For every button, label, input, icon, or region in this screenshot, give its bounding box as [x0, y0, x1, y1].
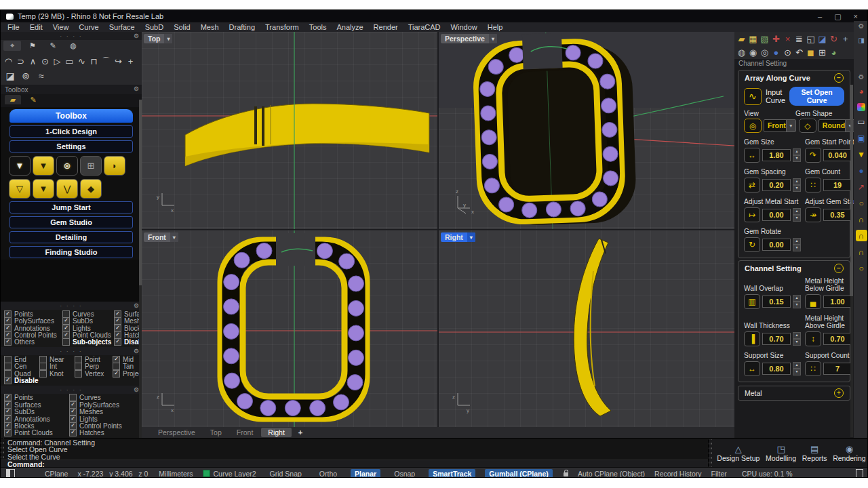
- dock-tab-move-icon[interactable]: ⚑: [24, 41, 41, 51]
- gem-count-value[interactable]: 19: [823, 179, 852, 191]
- checkbox-hatches[interactable]: ✓: [114, 331, 121, 339]
- stepper-down-icon[interactable]: ▾: [793, 369, 801, 375]
- move-icon[interactable]: ✚: [770, 33, 782, 45]
- collapse-icon[interactable]: −: [834, 264, 844, 273]
- setting-style-3-icon[interactable]: ⋁: [56, 179, 78, 199]
- others-filter[interactable]: ✓Others: [4, 339, 62, 346]
- points-filter[interactable]: ✓Points: [4, 310, 62, 317]
- gem-size-stepper[interactable]: ▴▾: [793, 148, 801, 162]
- checkbox-surfaces[interactable]: ✓: [4, 401, 12, 409]
- panel-scrollbar[interactable]: [850, 85, 853, 437]
- vertex-filter[interactable]: Vertex: [75, 370, 113, 377]
- points-filter[interactable]: ✓Points: [4, 394, 69, 401]
- collapse-icon[interactable]: −: [834, 73, 844, 83]
- checkbox-point-clouds[interactable]: ✓: [62, 331, 70, 339]
- display-filter-header[interactable]: ⚙: [1, 386, 142, 394]
- sphere-tool-icon[interactable]: ●: [856, 165, 867, 176]
- point-cross-icon[interactable]: +: [125, 54, 136, 68]
- stepper-up-icon[interactable]: ▴: [793, 332, 801, 339]
- pan-icon[interactable]: +: [840, 33, 851, 45]
- chevron-down-icon[interactable]: ▾: [164, 34, 172, 43]
- checkbox-sub-objects[interactable]: [62, 338, 70, 346]
- support-count-value[interactable]: 7: [823, 363, 852, 375]
- ring-tool-icon[interactable]: ○: [856, 197, 867, 209]
- fillet-icon[interactable]: ⌒: [100, 54, 112, 68]
- door-icon[interactable]: ◱: [805, 33, 816, 45]
- tan-filter[interactable]: Tan: [113, 363, 142, 369]
- toolbox-pen-tab-icon[interactable]: ✎: [25, 95, 41, 104]
- point-clouds-filter[interactable]: ✓Point Clouds: [62, 331, 114, 338]
- settings-button[interactable]: Settings: [9, 140, 133, 152]
- hatches-filter[interactable]: ✓Hatches: [69, 430, 142, 436]
- 1-click-design-button[interactable]: 1-Click Design: [9, 125, 133, 138]
- osnap-filter-header[interactable]: ⚙: [1, 347, 142, 355]
- menu-mesh[interactable]: Mesh: [201, 23, 219, 31]
- layout-icon[interactable]: ▧: [759, 33, 770, 45]
- view-dropdown[interactable]: Front ▾: [764, 119, 796, 132]
- checkbox-end[interactable]: [4, 356, 12, 363]
- checkbox-points[interactable]: ✓: [4, 394, 12, 401]
- checkbox-curves[interactable]: [62, 310, 70, 318]
- checkbox-control-points[interactable]: ✓: [69, 422, 77, 430]
- polygon-icon[interactable]: ▷: [52, 54, 63, 68]
- perp-filter[interactable]: Perp: [75, 363, 113, 369]
- gear-icon[interactable]: ⚙: [134, 348, 139, 354]
- stepper-down-icon[interactable]: ▾: [793, 155, 801, 162]
- band-gems-tool-icon[interactable]: ∩: [856, 230, 867, 241]
- checkbox-quad[interactable]: [4, 370, 12, 378]
- gumball-cplane-toggle[interactable]: Gumball (CPlane): [485, 469, 553, 479]
- viewport-label-front[interactable]: Front▾: [144, 232, 178, 242]
- set-open-curve-button[interactable]: Set Open Curve: [789, 87, 844, 106]
- ghosted-display-icon[interactable]: ◎: [759, 46, 770, 58]
- cplane-button[interactable]: CPlane: [45, 470, 68, 478]
- record-history-toggle[interactable]: Record History: [654, 470, 701, 478]
- bezel-setting-icon[interactable]: ▼: [33, 156, 54, 176]
- polysurfaces-filter[interactable]: ✓PolySurfaces: [69, 401, 142, 408]
- end-filter[interactable]: End: [4, 356, 39, 363]
- menu-analyze[interactable]: Analyze: [336, 23, 363, 31]
- checkbox-lights[interactable]: ✓: [69, 415, 77, 423]
- display-monitor-icon[interactable]: ▭: [856, 116, 867, 127]
- menu-file[interactable]: File: [7, 23, 20, 31]
- viewport-perspective[interactable]: zyx Perspective▾: [439, 32, 734, 229]
- gear-icon[interactable]: ⚙: [134, 302, 139, 309]
- ortho-toggle[interactable]: Ortho: [315, 469, 341, 479]
- int-filter[interactable]: Int: [39, 363, 75, 369]
- knot-filter[interactable]: Knot: [39, 370, 75, 377]
- wall-overlap-value[interactable]: 0.15: [762, 296, 791, 308]
- selection-filter-icon[interactable]: [6, 469, 15, 478]
- checkbox-perp[interactable]: [75, 363, 82, 370]
- gem-tool-icon[interactable]: ▼: [856, 148, 867, 160]
- prong-setting-icon[interactable]: ▼: [9, 156, 31, 176]
- rotate-view-icon[interactable]: ↻: [828, 33, 840, 45]
- viewport-tab-perspective[interactable]: Perspective: [151, 428, 202, 437]
- panel-grip[interactable]: [1, 348, 142, 354]
- meshes-filter[interactable]: ✓Meshes: [114, 318, 142, 325]
- point-clouds-filter[interactable]: ✓Point Clouds: [4, 430, 69, 436]
- stepper-down-icon[interactable]: ▾: [793, 302, 801, 308]
- lights-filter[interactable]: ✓Lights: [69, 415, 142, 422]
- chevron-down-icon[interactable]: ▾: [786, 120, 795, 131]
- panel-grip[interactable]: [709, 439, 713, 468]
- menu-transform[interactable]: Transform: [265, 23, 299, 31]
- band-m-tool-icon[interactable]: ∩: [856, 246, 867, 258]
- project-filter[interactable]: ✓Project: [113, 370, 142, 377]
- dock-panel-header[interactable]: ⚙: [1, 32, 142, 40]
- revolve-icon[interactable]: ⊚: [18, 69, 33, 83]
- checkbox-hatches[interactable]: ✓: [69, 429, 77, 436]
- setting-style-1-icon[interactable]: ▽: [9, 179, 31, 199]
- blocks-filter[interactable]: ✓Blocks: [114, 325, 142, 331]
- setting-style-2-icon[interactable]: ▼: [33, 179, 54, 199]
- disable-filter[interactable]: ✓Disable: [114, 339, 142, 346]
- checkbox-lights[interactable]: ✓: [62, 325, 70, 332]
- save-icon[interactable]: ▦: [747, 33, 759, 45]
- surfaces-filter[interactable]: ✓Surfaces: [4, 401, 69, 408]
- polysurfaces-filter[interactable]: ✓PolySurfaces: [4, 318, 62, 325]
- curve-control-point-icon[interactable]: ◠: [3, 54, 14, 68]
- annotations-filter[interactable]: ✓Annotations: [4, 415, 69, 422]
- gem-shape-dropdown[interactable]: Round ▾: [818, 119, 855, 132]
- grid-snap-toggle[interactable]: Grid Snap: [266, 469, 306, 479]
- channel-grid-icon[interactable]: ⊞: [80, 156, 102, 176]
- gear-icon[interactable]: ⚙: [134, 386, 139, 393]
- design-setup-button[interactable]: △Design Setup: [717, 445, 760, 462]
